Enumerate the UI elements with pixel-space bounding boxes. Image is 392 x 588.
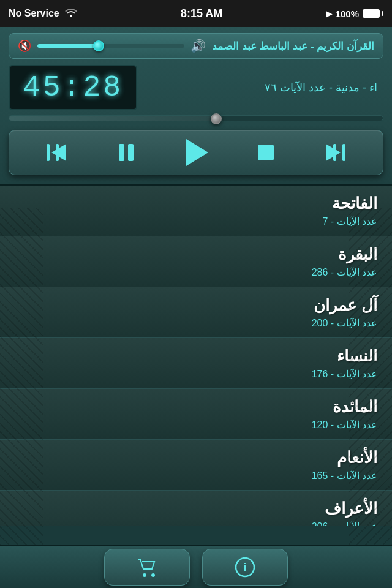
surah-verses: عدد الآيات - 286	[312, 266, 377, 278]
svg-rect-3	[119, 144, 124, 161]
progress-knob[interactable]	[211, 113, 222, 124]
list-item[interactable]: الأنعامعدد الآيات - 165	[0, 440, 392, 491]
track-title: القرآن الكريم - عبد الباسط عبد الصمد	[212, 40, 374, 53]
surah-verses: عدد الآيات - 120	[312, 419, 377, 431]
carrier-text: No Service	[9, 8, 59, 19]
surah-verses: عدد الآيات - 7	[322, 216, 377, 227]
stop-button[interactable]	[244, 137, 287, 168]
surah-name: البقرة	[338, 245, 377, 264]
list-item[interactable]: الأعرافعدد الآيات - 206	[0, 491, 392, 526]
svg-point-11	[151, 573, 155, 577]
svg-rect-4	[128, 144, 134, 161]
status-time: 8:15 AM	[181, 7, 222, 20]
surah-name: المائدة	[333, 398, 377, 417]
prev-button[interactable]	[35, 137, 78, 168]
pause-button[interactable]	[105, 137, 148, 168]
svg-text:i: i	[243, 561, 246, 573]
svg-marker-5	[186, 139, 208, 166]
track-title-bar: 🔇 🔊 القرآن الكريم - عبد الباسط عبد الصمد	[9, 33, 383, 59]
player-area: 🔇 🔊 القرآن الكريم - عبد الباسط عبد الصمد…	[0, 27, 392, 186]
surah-verses: عدد الآيات - 176	[312, 368, 377, 380]
surah-name: الأعراف	[325, 499, 377, 518]
time-display: 45:28	[9, 65, 137, 110]
battery-percent: 100%	[336, 9, 359, 19]
volume-low-icon: 🔇	[18, 39, 31, 53]
battery-icon	[363, 9, 383, 18]
svg-rect-9	[333, 144, 336, 161]
surah-name: آل عمران	[314, 296, 377, 315]
wifi-icon	[64, 7, 78, 20]
list-item[interactable]: الفاتحةعدد الآيات - 7	[0, 186, 392, 236]
svg-rect-6	[258, 145, 274, 160]
surah-name: الأنعام	[337, 448, 377, 467]
controls-bar	[9, 130, 383, 175]
info-button[interactable]: i	[202, 549, 288, 586]
surah-info-text: اء - مدنية - عدد الآيات ٧٦	[137, 79, 377, 97]
list-item[interactable]: المائدةعدد الآيات - 120	[0, 389, 392, 440]
surah-list: الفاتحةعدد الآيات - 7البقرةعدد الآيات - …	[0, 186, 392, 526]
surah-name: الفاتحة	[332, 194, 377, 213]
cart-button[interactable]	[104, 549, 190, 586]
status-right: ▶ 100%	[326, 9, 383, 19]
play-button[interactable]	[175, 137, 217, 168]
list-item[interactable]: البقرةعدد الآيات - 286	[0, 236, 392, 287]
surah-verses: عدد الآيات - 165	[312, 470, 377, 481]
surah-verses: عدد الآيات - 200	[312, 317, 377, 329]
volume-slider[interactable]	[37, 44, 184, 48]
volume-high-icon: 🔊	[190, 39, 206, 53]
status-left: No Service	[9, 7, 78, 20]
surah-info: اء - مدنية - عدد الآيات ٧٦	[137, 79, 383, 97]
svg-point-10	[143, 573, 146, 577]
svg-rect-0	[47, 144, 50, 161]
progress-bar[interactable]	[9, 115, 383, 121]
volume-knob[interactable]	[93, 40, 104, 51]
surah-name: النساء	[337, 347, 377, 366]
list-item[interactable]: آل عمرانعدد الآيات - 200	[0, 287, 392, 338]
next-button[interactable]	[314, 137, 357, 168]
surah-verses: عدد الآيات - 206	[312, 521, 377, 526]
play-status-icon: ▶	[326, 9, 332, 18]
list-item[interactable]: النساءعدد الآيات - 176	[0, 338, 392, 389]
svg-rect-2	[56, 144, 59, 161]
status-bar: No Service 8:15 AM ▶ 100%	[0, 0, 392, 27]
time-display-area: 45:28 اء - مدنية - عدد الآيات ٧٦	[9, 65, 383, 110]
svg-rect-7	[342, 144, 345, 161]
progress-fill	[9, 116, 215, 121]
bottom-bar: i	[0, 545, 392, 588]
